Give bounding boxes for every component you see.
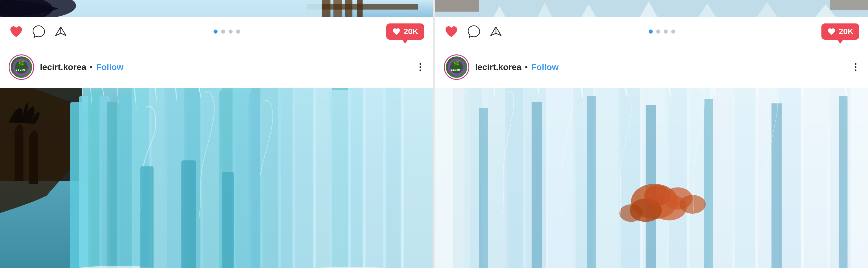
svg-rect-73 xyxy=(710,88,735,268)
svg-rect-79 xyxy=(479,108,488,268)
profile-info-left: lecirt.korea • Follow xyxy=(40,62,411,72)
like-badge-left: 20K xyxy=(386,24,424,40)
ice-waterfall-svg-right xyxy=(435,88,868,268)
separator-right: • xyxy=(525,62,528,72)
like-button-left[interactable] xyxy=(9,24,24,39)
like-button-right[interactable] xyxy=(444,24,459,39)
like-count-right: 20K xyxy=(839,27,854,36)
svg-rect-83 xyxy=(704,99,713,268)
svg-rect-44 xyxy=(140,167,153,268)
dot-1-left xyxy=(214,30,218,34)
more-dot-2-right xyxy=(855,66,857,68)
svg-rect-25 xyxy=(200,88,222,268)
dot-1-right xyxy=(649,30,653,34)
svg-rect-37 xyxy=(401,88,433,268)
profile-info-right: lecirt.korea • Follow xyxy=(475,62,846,72)
svg-rect-53 xyxy=(435,0,479,11)
svg-rect-69 xyxy=(618,88,643,268)
action-bar-left: 20K xyxy=(0,17,433,46)
top-image-left xyxy=(0,0,433,17)
avatar-inner-left: 🌿 LECIRT xyxy=(10,56,33,79)
more-dots-left xyxy=(420,63,421,71)
svg-rect-85 xyxy=(839,96,847,268)
svg-rect-46 xyxy=(222,172,234,268)
svg-rect-33 xyxy=(329,90,351,268)
comment-button-left[interactable] xyxy=(32,25,46,38)
more-dot-1-right xyxy=(855,63,857,65)
avatar-left[interactable]: 🌿 LECIRT xyxy=(9,54,34,80)
follow-button-left[interactable]: Follow xyxy=(96,62,124,72)
top-image-right xyxy=(435,0,868,17)
action-bar-right: 20K xyxy=(435,17,868,46)
more-dot-3-left xyxy=(420,69,421,71)
ice-waterfall-svg-left xyxy=(0,88,433,268)
svg-rect-84 xyxy=(771,103,781,268)
svg-text:LECIRT: LECIRT xyxy=(16,68,27,71)
svg-rect-45 xyxy=(181,160,196,268)
share-button-left[interactable] xyxy=(54,25,68,38)
more-options-right[interactable] xyxy=(852,63,859,71)
separator-left: • xyxy=(90,62,93,72)
svg-rect-31 xyxy=(292,88,316,268)
dot-2-right xyxy=(656,30,660,34)
more-dot-1-left xyxy=(420,63,421,65)
post-image-left xyxy=(0,88,433,268)
svg-rect-29 xyxy=(260,88,281,268)
action-icons-left xyxy=(9,24,68,39)
heart-badge-icon-left xyxy=(392,27,401,36)
top-image-strip-right xyxy=(435,0,868,17)
svg-text:🌿: 🌿 xyxy=(454,60,460,66)
heart-badge-icon-right xyxy=(827,27,836,36)
avatar-logo-right: 🌿 LECIRT xyxy=(446,56,467,78)
dot-4-right xyxy=(671,30,675,34)
svg-rect-81 xyxy=(587,96,596,268)
share-button-right[interactable] xyxy=(489,25,503,38)
username-right: lecirt.korea xyxy=(475,62,521,72)
svg-rect-68 xyxy=(593,88,621,268)
feed-container: 20K 🌿 LECIRT xyxy=(0,0,868,268)
dot-2-left xyxy=(221,30,225,34)
svg-rect-80 xyxy=(532,102,542,268)
comment-button-right[interactable] xyxy=(467,25,481,38)
svg-rect-71 xyxy=(666,88,690,268)
svg-point-91 xyxy=(619,204,643,222)
more-dot-3-right xyxy=(855,69,857,71)
svg-text:🌿: 🌿 xyxy=(18,60,25,66)
svg-rect-54 xyxy=(830,0,868,10)
svg-rect-98 xyxy=(850,88,868,268)
like-badge-right: 20K xyxy=(822,24,859,40)
svg-rect-64 xyxy=(505,88,526,268)
svg-point-92 xyxy=(679,195,706,214)
like-count-left: 20K xyxy=(404,27,418,36)
more-dots-right xyxy=(855,63,857,71)
dot-4-left xyxy=(236,30,240,34)
post-card-right: 20K 🌿 LECIRT lecirt.ko xyxy=(435,0,868,268)
dot-3-right xyxy=(664,30,668,34)
profile-header-right: 🌿 LECIRT lecirt.korea • Follow xyxy=(435,46,868,88)
follow-button-right[interactable]: Follow xyxy=(531,62,559,72)
svg-rect-4 xyxy=(307,4,418,9)
svg-rect-97 xyxy=(435,88,453,268)
svg-text:LECIRT: LECIRT xyxy=(451,68,462,71)
post-card-left: 20K 🌿 LECIRT xyxy=(0,0,435,268)
post-image-right xyxy=(435,88,868,268)
svg-rect-35 xyxy=(363,88,386,268)
svg-rect-74 xyxy=(732,88,758,268)
dot-3-left xyxy=(228,30,232,34)
pagination-dots-right xyxy=(503,30,822,34)
avatar-logo-left: 🌿 LECIRT xyxy=(11,56,32,78)
action-icons-right xyxy=(444,24,503,39)
profile-header-left: 🌿 LECIRT lecirt.korea • Follow xyxy=(0,46,433,88)
username-left: lecirt.korea xyxy=(40,62,86,72)
pagination-dots-left xyxy=(68,30,386,34)
avatar-right[interactable]: 🌿 LECIRT xyxy=(444,54,469,80)
svg-rect-77 xyxy=(801,88,830,268)
top-image-strip-left xyxy=(0,0,433,17)
svg-rect-36 xyxy=(383,88,404,268)
more-dot-2-left xyxy=(420,66,421,68)
avatar-inner-right: 🌿 LECIRT xyxy=(445,56,468,79)
more-options-left[interactable] xyxy=(416,63,424,71)
svg-rect-20 xyxy=(117,93,133,268)
